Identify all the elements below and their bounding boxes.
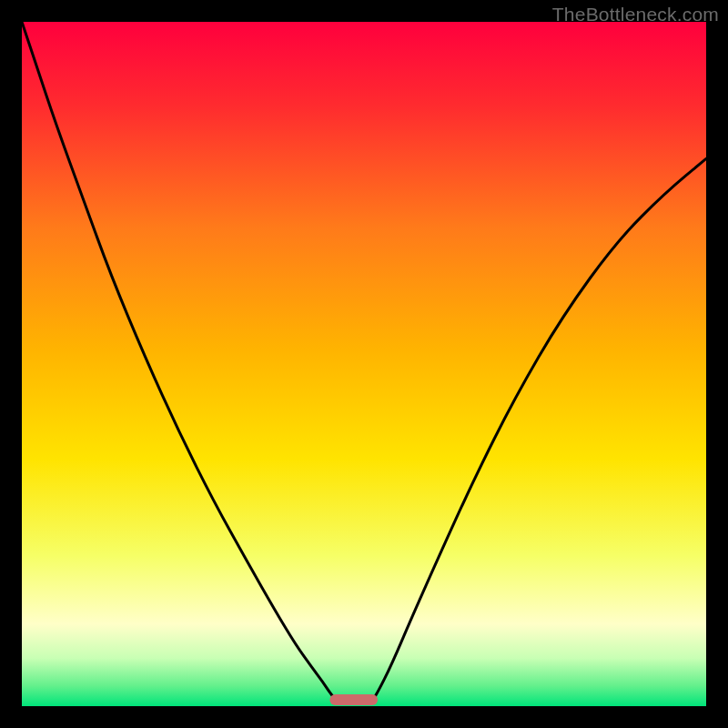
bottleneck-chart	[22, 22, 706, 706]
bottleneck-marker	[329, 694, 378, 705]
gradient-background	[22, 22, 706, 706]
chart-frame	[22, 22, 706, 706]
